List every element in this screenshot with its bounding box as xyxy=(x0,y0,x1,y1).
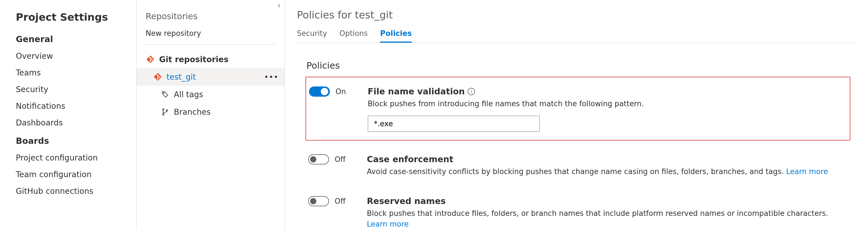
section-heading-boards: Boards xyxy=(16,136,120,146)
nav-security[interactable]: Security xyxy=(16,85,120,94)
toggle-file-name-validation-wrap: On xyxy=(309,86,368,97)
toggle-reserved-names-wrap: Off xyxy=(308,196,367,206)
section-general: General Overview Teams Security Notifica… xyxy=(16,34,120,127)
section-heading-general: General xyxy=(16,34,120,44)
policy-title: Case enforcement xyxy=(367,154,454,164)
collapse-panel-icon[interactable]: ‹ xyxy=(278,2,280,9)
nav-overview[interactable]: Overview xyxy=(16,51,120,61)
nav-notifications[interactable]: Notifications xyxy=(16,102,120,111)
policy-case-enforcement: Off Case enforcement Avoid case-sensitiv… xyxy=(305,146,850,185)
policy-desc-text: Block pushes that introduce files, folde… xyxy=(367,209,828,218)
policy-desc-text: Avoid case-sensitivity conflicts by bloc… xyxy=(367,167,786,176)
branch-icon xyxy=(160,108,170,116)
policy-title: Reserved names xyxy=(367,196,445,206)
learn-more-link[interactable]: Learn more xyxy=(786,167,828,176)
policy-reserved-names: Off Reserved names Block pushes that int… xyxy=(305,188,850,230)
tree-root-label: Git repositories xyxy=(159,55,228,64)
toggle-reserved-names[interactable] xyxy=(308,196,329,206)
nav-team-configuration[interactable]: Team configuration xyxy=(16,170,120,179)
tree-branches-label: Branches xyxy=(174,107,211,117)
tab-policies[interactable]: Policies xyxy=(380,29,412,43)
repositories-panel: ‹ Repositories New repository Git reposi… xyxy=(136,0,285,230)
toggle-label: Off xyxy=(335,197,345,205)
policies-heading: Policies xyxy=(305,60,850,71)
policies-card: Policies On File name validation i Block… xyxy=(297,52,856,230)
svg-point-1 xyxy=(162,109,164,110)
learn-more-link[interactable]: Learn more xyxy=(367,220,409,228)
tab-security[interactable]: Security xyxy=(297,29,327,43)
tab-bar: Security Options Policies xyxy=(297,29,856,43)
repositories-tree: Git repositories test_git ••• All tags B… xyxy=(136,47,284,121)
repositories-title: Repositories xyxy=(136,11,284,29)
toggle-file-name-validation[interactable] xyxy=(309,86,330,97)
tree-root-git-repositories[interactable]: Git repositories xyxy=(136,51,284,68)
tree-repo-test-git[interactable]: test_git ••• xyxy=(136,68,284,86)
nav-github-connections[interactable]: GitHub connections xyxy=(16,186,120,196)
tree-all-tags-label: All tags xyxy=(174,90,203,99)
toggle-label: On xyxy=(336,87,346,96)
tree-branches[interactable]: Branches xyxy=(136,103,284,121)
divider xyxy=(146,45,275,45)
tree-repo-label: test_git xyxy=(166,72,196,82)
svg-point-0 xyxy=(163,93,164,93)
page-title: Policies for test_git xyxy=(297,9,856,21)
policy-description: Block pushes that introduce files, folde… xyxy=(367,208,848,229)
new-repository-link[interactable]: New repository xyxy=(136,29,284,45)
toggle-case-enforcement-wrap: Off xyxy=(308,154,367,165)
policy-title: File name validation xyxy=(368,86,465,96)
project-settings-sidebar: Project Settings General Overview Teams … xyxy=(0,0,136,230)
tree-all-tags[interactable]: All tags xyxy=(136,86,284,103)
svg-point-3 xyxy=(166,110,167,111)
nav-teams[interactable]: Teams xyxy=(16,68,120,78)
tag-icon xyxy=(160,91,170,98)
nav-dashboards[interactable]: Dashboards xyxy=(16,118,120,127)
section-boards: Boards Project configuration Team config… xyxy=(16,136,120,196)
policy-description: Avoid case-sensitivity conflicts by bloc… xyxy=(367,166,848,177)
tree-repo-more-icon[interactable]: ••• xyxy=(265,74,279,81)
tab-options[interactable]: Options xyxy=(339,29,368,43)
main-content: Policies for test_git Security Options P… xyxy=(285,0,868,230)
svg-point-2 xyxy=(162,114,164,115)
git-repo-icon xyxy=(153,73,162,81)
project-settings-title: Project Settings xyxy=(16,11,120,23)
policy-file-name-validation: On File name validation i Block pushes f… xyxy=(305,77,850,141)
git-repo-icon xyxy=(146,55,155,63)
nav-project-configuration[interactable]: Project configuration xyxy=(16,153,120,163)
policy-description: Block pushes from introducing file names… xyxy=(368,98,847,109)
info-icon[interactable]: i xyxy=(468,88,475,95)
toggle-label: Off xyxy=(335,155,345,164)
toggle-case-enforcement[interactable] xyxy=(308,154,329,165)
file-name-pattern-input[interactable] xyxy=(368,116,540,132)
